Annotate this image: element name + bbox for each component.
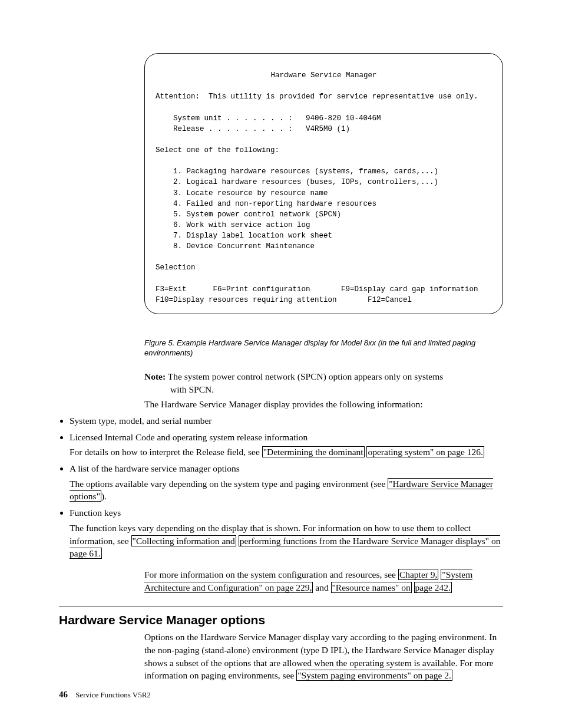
subtext-pre: The options available vary depending on … <box>70 479 388 489</box>
more-info-paragraph: For more information on the system confi… <box>144 568 503 594</box>
link-determining-dominant-os[interactable]: "Determining the dominant <box>262 446 365 457</box>
terminal-sysunit: System unit . . . . . . . : 9406-820 10-… <box>156 114 381 123</box>
bullet-text: Licensed Internal Code and operating sys… <box>70 432 308 442</box>
link-resource-names[interactable]: "Resource names" on <box>331 582 412 593</box>
terminal-opt7: 7. Display label location work sheet <box>156 232 332 240</box>
bullet-text: A list of the hardware service manager o… <box>70 463 240 473</box>
book-title: Service Functions V5R2 <box>75 690 151 699</box>
section-heading: Hardware Service Manager options <box>59 613 503 627</box>
terminal-title: Hardware Service Manager <box>156 70 492 81</box>
bullet-list: System type, model, and serial number Li… <box>59 414 503 560</box>
list-item: System type, model, and serial number <box>70 414 503 427</box>
link-collecting-info[interactable]: "Collecting information and <box>131 535 236 546</box>
list-item: Function keys The function keys vary dep… <box>70 506 503 560</box>
terminal-opt8: 8. Device Concurrent Maintenance <box>156 242 315 251</box>
note-block: Note: The system power control network (… <box>144 370 503 396</box>
terminal-opt4: 4. Failed and non-reporting hardware res… <box>156 200 376 208</box>
bullet-text: Function keys <box>70 508 121 518</box>
more-mid: and <box>313 582 330 592</box>
note-line2: with SPCN. <box>170 383 503 396</box>
bullet-text: System type, model, and serial number <box>70 416 212 426</box>
terminal-opt3: 3. Locate resource by resource name <box>156 189 328 197</box>
page-footer: 46 Service Functions V5R2 <box>59 690 151 700</box>
bullet-subtext: The options available vary depending on … <box>70 477 503 503</box>
terminal-opt2: 2. Logical hardware resources (buses, IO… <box>156 178 438 186</box>
terminal-fk-line1: F3=Exit F6=Print configuration F9=Displa… <box>156 285 478 294</box>
terminal-opt6: 6. Work with service action log <box>156 221 310 229</box>
section-body: Options on the Hardware Service Manager … <box>144 631 503 682</box>
terminal-opt5: 5. System power control network (SPCN) <box>156 210 341 219</box>
note-line1: The system power control network (SPCN) … <box>168 371 444 381</box>
bullet-subtext: The function keys vary depending on the … <box>70 522 503 560</box>
terminal-selection: Selection <box>156 263 196 272</box>
link-resource-names[interactable]: page 242. <box>414 582 452 593</box>
figure-caption: Figure 5. Example Hardware Service Manag… <box>144 338 503 358</box>
link-chapter-9[interactable]: Chapter 9, <box>398 569 439 580</box>
terminal-attention: Attention: This utility is provided for … <box>156 93 478 101</box>
subtext-post: ). <box>101 491 107 501</box>
note-label: Note: <box>144 371 166 381</box>
list-item: A list of the hardware service manager o… <box>70 462 503 503</box>
terminal-fk-line2: F10=Display resources requiring attentio… <box>156 296 412 304</box>
subtext-pre: For details on how to interpret the Rele… <box>70 447 262 457</box>
terminal-opt1: 1. Packaging hardware resources (systems… <box>156 167 438 176</box>
section-divider <box>59 607 503 607</box>
bullet-subtext: For details on how to interpret the Rele… <box>70 446 503 459</box>
more-pre: For more information on the system confi… <box>144 569 398 579</box>
link-determining-dominant-os[interactable]: operating system" on page 126. <box>366 446 484 457</box>
page-number: 46 <box>59 690 68 699</box>
terminal-screen: Hardware Service Manager Attention: This… <box>144 53 503 314</box>
terminal-release: Release . . . . . . . . . : V4R5M0 (1) <box>156 125 350 133</box>
terminal-select: Select one of the following: <box>156 146 279 154</box>
list-item: Licensed Internal Code and operating sys… <box>70 431 503 459</box>
intro-paragraph: The Hardware Service Manager display pro… <box>144 398 503 411</box>
link-system-paging-environments[interactable]: "System paging environments" on page 2. <box>296 670 452 681</box>
